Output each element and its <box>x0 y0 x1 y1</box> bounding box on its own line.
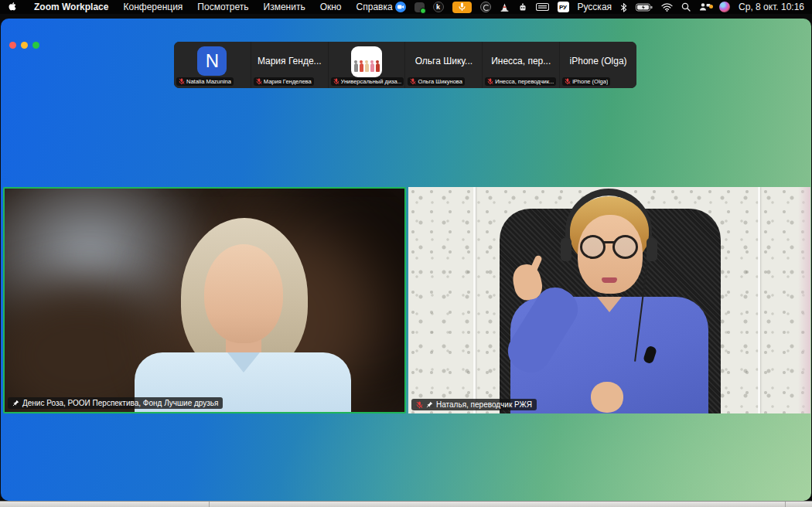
person-face <box>204 244 283 343</box>
glasses-bridge <box>604 241 615 243</box>
participant-filmstrip: N Natalia Mazunina Мария Генде... Мария … <box>174 42 636 88</box>
siri-icon[interactable] <box>719 2 730 12</box>
group-avatar-image <box>351 46 382 77</box>
person-mouth <box>602 277 617 283</box>
menu-conference[interactable]: Конференция <box>123 2 183 12</box>
battery-icon[interactable] <box>636 2 653 13</box>
participant-tile-iphone-olga[interactable]: iPhone (Olga) iPhone (Olga) <box>560 42 636 88</box>
participant-name-badge: Мария Генделева <box>254 77 314 86</box>
keyboard-icon[interactable] <box>536 2 549 13</box>
participant-tile-olga[interactable]: Ольга Шику... Ольга Шикунова <box>405 42 482 88</box>
video-feed <box>5 189 404 412</box>
minimize-window-button[interactable] <box>21 42 28 49</box>
video-participant-name: Денис Роза, РООИ Перспектива, Фонд Лучши… <box>22 399 218 407</box>
video-name-badge: Денис Роза, РООИ Перспектива, Фонд Лучши… <box>8 397 223 409</box>
menu-help[interactable]: Справка <box>357 2 393 12</box>
muted-mic-icon <box>410 78 416 85</box>
window-edge-separator <box>785 502 786 507</box>
participant-tile-maria[interactable]: Мария Генде... Мария Генделева <box>251 42 328 88</box>
pin-icon <box>12 400 19 407</box>
participant-name: Ольга Шикунова <box>418 78 462 85</box>
wallpaper-seam <box>758 187 760 413</box>
background-window-edge <box>0 501 812 507</box>
macos-menubar: Zoom Workplace Конференция Посмотреть Из… <box>0 0 812 14</box>
menu-edit[interactable]: Изменить <box>264 2 305 12</box>
fullscreen-window-button[interactable] <box>32 42 39 49</box>
participant-tile-natalia[interactable]: N Natalia Mazunina <box>174 42 251 88</box>
robot-app-icon[interactable] <box>518 2 527 13</box>
wifi-icon[interactable] <box>661 2 673 13</box>
menubar-clock[interactable]: Ср, 8 окт. 10:16 <box>739 2 804 12</box>
apple-icon[interactable] <box>8 2 17 13</box>
menu-window[interactable]: Окно <box>320 2 342 12</box>
participant-name: Универсальный диза... <box>341 78 401 85</box>
muted-mic-icon <box>256 78 262 85</box>
participant-tile-name: Инесса, пер... <box>491 56 551 74</box>
figure-icon <box>354 63 358 72</box>
wall-edge <box>798 187 810 413</box>
participant-name: Natalia Mazunina <box>186 78 231 85</box>
participant-tile-inessa[interactable]: Инесса, пер... Инесса, переводчик... <box>483 42 559 88</box>
zoom-meeting-window: N Natalia Mazunina Мария Генде... Мария … <box>1 19 811 501</box>
window-controls <box>9 42 39 49</box>
search-icon[interactable] <box>681 2 691 13</box>
participant-name: Инесса, переводчик... <box>495 78 554 85</box>
figure-icon <box>365 63 369 72</box>
wallpaper-seam <box>473 187 476 413</box>
figure-icon <box>360 63 363 72</box>
participant-name-badge: iPhone (Olga) <box>562 77 610 86</box>
round-app-icon[interactable] <box>480 2 491 12</box>
headphone-earcup <box>647 238 657 261</box>
muted-mic-icon <box>179 78 185 85</box>
screen: Zoom Workplace Конференция Посмотреть Из… <box>0 0 812 507</box>
participant-tile-name: Мария Генде... <box>258 56 322 74</box>
green-dot-app-icon[interactable] <box>415 2 425 12</box>
microphone-active-indicator[interactable] <box>452 2 472 13</box>
input-language-badge[interactable]: РУ <box>558 2 569 12</box>
participant-tile-name: Ольга Шику... <box>415 56 473 74</box>
window-edge-separator <box>209 502 210 507</box>
menu-view[interactable]: Посмотреть <box>197 2 248 12</box>
bluetooth-icon[interactable] <box>620 2 627 13</box>
user-switch-icon[interactable] <box>699 2 711 13</box>
input-language-label[interactable]: Русская <box>578 2 612 12</box>
glasses-lens <box>612 235 638 259</box>
headphone-earcup <box>561 238 571 261</box>
participant-name: Мария Генделева <box>264 78 312 85</box>
video-feed <box>408 187 810 413</box>
muted-mic-icon <box>416 401 423 409</box>
participant-name-badge: Ольга Шикунова <box>408 77 464 86</box>
cone-app-icon[interactable] <box>500 2 510 13</box>
video-participant-name: Наталья, переводчик РЖЯ <box>436 400 532 409</box>
video-tile-denis-roza[interactable]: Денис Роза, РООИ Перспектива, Фонд Лучши… <box>3 187 406 413</box>
participant-tile-universal-design[interactable]: Универсальный диза... <box>329 42 405 88</box>
muted-mic-icon <box>487 78 493 85</box>
participant-name-badge: Инесса, переводчик... <box>485 77 556 86</box>
person-hand-lower <box>591 382 623 413</box>
video-tile-natalia-interpreter[interactable]: Наталья, переводчик РЖЯ <box>408 187 810 413</box>
video-name-badge: Наталья, переводчик РЖЯ <box>411 399 537 410</box>
menubar-app-name[interactable]: Zoom Workplace <box>34 2 108 12</box>
k-badge-icon[interactable]: k <box>433 2 444 12</box>
notification-dot <box>709 5 713 9</box>
participant-tile-name: iPhone (Olga) <box>570 56 627 74</box>
participant-name-badge: Natalia Mazunina <box>176 77 234 86</box>
participant-name: iPhone (Olga) <box>572 78 608 85</box>
participant-name-badge: Универсальный диза... <box>331 77 404 86</box>
muted-mic-icon <box>333 78 339 85</box>
pin-icon <box>426 401 433 408</box>
zoom-app-icon[interactable] <box>395 2 406 12</box>
figure-icon <box>376 63 380 72</box>
muted-mic-icon <box>565 78 571 85</box>
glasses <box>580 235 640 261</box>
glasses-lens <box>580 235 606 259</box>
avatar-letter: N <box>197 46 227 76</box>
figure-icon <box>370 63 374 72</box>
close-window-button[interactable] <box>9 42 16 49</box>
